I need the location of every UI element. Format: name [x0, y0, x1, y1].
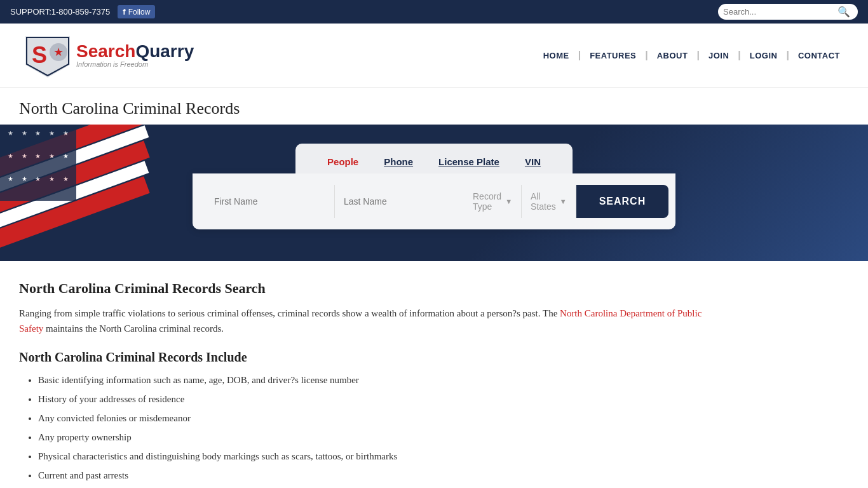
tab-license-plate[interactable]: License Plate [426, 150, 512, 173]
tabs-row: People Phone License Plate VIN [193, 144, 675, 173]
fb-icon: f [123, 7, 125, 17]
follow-label: Follow [128, 8, 151, 17]
top-search-bar[interactable]: 🔍 [718, 4, 858, 20]
record-type-dropdown[interactable]: Record Type ▼ [464, 185, 522, 218]
top-search-input[interactable] [723, 7, 837, 17]
section-title-2: North Carolina Criminal Records Include [19, 350, 743, 365]
main-content: North Carolina Criminal Records Search R… [0, 261, 763, 488]
facebook-follow-button[interactable]: f Follow [118, 5, 155, 18]
logo-tagline: Information is Freedom [76, 60, 194, 68]
star: ★ [19, 175, 31, 196]
all-states-label: All States [531, 191, 556, 212]
page-title-area: North Carolina Criminal Records [0, 88, 868, 125]
search-button[interactable]: SEARCH [576, 185, 669, 218]
star: ★ [46, 175, 58, 196]
star: ★ [60, 152, 71, 173]
list-item: Basic identifying information such as na… [38, 372, 743, 388]
list-item: History of your addresses of residence [38, 391, 743, 407]
flag-decoration: ★ ★ ★ ★ ★ ★ ★ ★ ★ ★ ★ ★ ★ ★ ★ [0, 125, 159, 261]
star: ★ [60, 175, 71, 196]
intro-text-2: maintains the North Carolina criminal re… [43, 323, 224, 334]
logo-brand: SearchQuarry [76, 43, 194, 60]
search-container: People Phone License Plate VIN Record Ty… [193, 144, 675, 229]
records-list: Basic identifying information such as na… [38, 372, 743, 488]
svg-text:S: S [32, 42, 47, 68]
support-text: SUPPORT:1-800-859-7375 [10, 7, 110, 17]
star: ★ [5, 175, 17, 196]
star: ★ [19, 152, 31, 173]
header: S ★ SearchQuarry Information is Freedom … [0, 24, 868, 88]
star: ★ [19, 130, 31, 150]
star: ★ [46, 152, 58, 173]
tab-people[interactable]: People [315, 150, 371, 173]
stars-decoration: ★ ★ ★ ★ ★ ★ ★ ★ ★ ★ ★ ★ ★ ★ ★ [0, 125, 76, 201]
star: ★ [46, 130, 58, 150]
logo-area: S ★ SearchQuarry Information is Freedom [19, 30, 194, 81]
search-form: Record Type ▼ All States ▼ SEARCH [193, 173, 675, 229]
list-item: Any convicted felonies or misdemeanor [38, 410, 743, 426]
hero-banner: ★ ★ ★ ★ ★ ★ ★ ★ ★ ★ ★ ★ ★ ★ ★ People Pho… [0, 125, 868, 261]
nav-contact[interactable]: CONTACT [789, 48, 849, 63]
record-type-caret-icon: ▼ [505, 198, 512, 205]
section-title-1: North Carolina Criminal Records Search [19, 280, 743, 297]
nav-about[interactable]: ABOUT [648, 48, 697, 63]
all-states-dropdown[interactable]: All States ▼ [522, 185, 576, 218]
all-states-caret-icon: ▼ [560, 198, 567, 205]
page-title: North Carolina Criminal Records [19, 99, 849, 118]
record-type-label: Record Type [473, 191, 501, 212]
intro-paragraph: Ranging from simple traffic violations t… [19, 306, 718, 336]
search-icon[interactable]: 🔍 [837, 6, 850, 18]
tab-phone[interactable]: Phone [371, 150, 426, 173]
intro-text-1: Ranging from simple traffic violations t… [19, 308, 560, 318]
list-item: Physical characteristics and distinguish… [38, 449, 743, 464]
logo-text: SearchQuarry Information is Freedom [76, 43, 194, 68]
svg-text:★: ★ [53, 46, 64, 58]
nav-features[interactable]: FEATURES [581, 48, 645, 63]
main-nav: HOME | FEATURES | ABOUT | JOIN | LOGIN |… [534, 48, 849, 63]
list-item: Any property ownership [38, 430, 743, 445]
star: ★ [32, 175, 44, 196]
tab-vin[interactable]: VIN [512, 150, 553, 173]
list-item: Current and past arrests [38, 468, 743, 483]
last-name-input[interactable] [335, 185, 464, 218]
nav-login[interactable]: LOGIN [741, 48, 787, 63]
nav-home[interactable]: HOME [534, 48, 578, 63]
star: ★ [5, 152, 17, 173]
star: ★ [5, 130, 17, 150]
logo-icon: S ★ [19, 30, 76, 81]
top-bar-left: SUPPORT:1-800-859-7375 f Follow [10, 5, 155, 18]
top-bar: SUPPORT:1-800-859-7375 f Follow 🔍 [0, 0, 868, 24]
nav-join[interactable]: JOIN [700, 48, 738, 63]
first-name-input[interactable] [205, 185, 335, 218]
star: ★ [32, 130, 44, 150]
tabs-box: People Phone License Plate VIN [295, 144, 573, 173]
star: ★ [60, 130, 71, 150]
star: ★ [32, 152, 44, 173]
